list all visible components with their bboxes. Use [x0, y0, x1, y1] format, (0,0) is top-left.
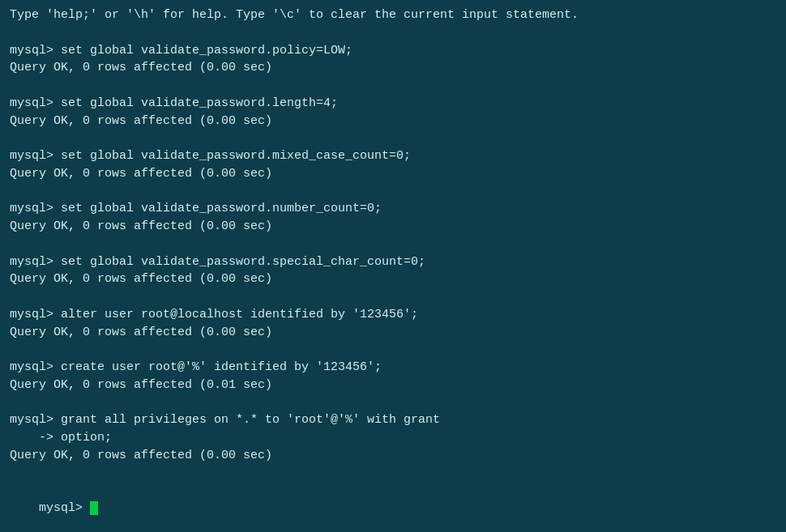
empty-line-7 [10, 341, 776, 359]
cmd-line-7: mysql> create user root@'%' identified b… [10, 359, 776, 377]
result-line-2: Query OK, 0 rows affected (0.00 sec) [10, 113, 776, 130]
empty-line-4 [10, 183, 776, 201]
empty-line-1 [10, 24, 776, 42]
empty-line-5 [10, 236, 776, 253]
empty-line-3 [10, 130, 776, 147]
cmd-line-4: mysql> set global validate_password.numb… [10, 200, 776, 218]
result-line-1: Query OK, 0 rows affected (0.00 sec) [10, 59, 776, 77]
empty-line-8 [10, 394, 776, 412]
cmd-line-6: mysql> alter user root@localhost identif… [10, 306, 776, 324]
cmd-line-8b: -> option; [10, 429, 776, 447]
result-line-6: Query OK, 0 rows affected (0.00 sec) [10, 324, 776, 342]
empty-line-9 [10, 465, 776, 483]
result-line-7: Query OK, 0 rows affected (0.01 sec) [10, 377, 776, 394]
result-line-4: Query OK, 0 rows affected (0.00 sec) [10, 218, 776, 236]
result-line-8: Query OK, 0 rows affected (0.00 sec) [10, 447, 776, 465]
cursor-blink [90, 501, 98, 515]
empty-line-2 [10, 77, 776, 95]
empty-line-6 [10, 288, 776, 306]
result-line-3: Query OK, 0 rows affected (0.00 sec) [10, 165, 776, 183]
info-line: Type 'help;' or '\h' for help. Type '\c'… [10, 6, 776, 24]
cmd-line-2: mysql> set global validate_password.leng… [10, 95, 776, 113]
result-line-5: Query OK, 0 rows affected (0.00 sec) [10, 270, 776, 288]
cmd-line-1: mysql> set global validate_password.poli… [10, 42, 776, 60]
final-prompt-line[interactable]: mysql> [10, 482, 776, 532]
prompt-text: mysql> [39, 501, 90, 515]
cmd-line-8a: mysql> grant all privileges on *.* to 'r… [10, 411, 776, 429]
terminal: Type 'help;' or '\h' for help. Type '\c'… [0, 0, 786, 532]
cmd-line-5: mysql> set global validate_password.spec… [10, 253, 776, 271]
cmd-line-3: mysql> set global validate_password.mixe… [10, 147, 776, 165]
